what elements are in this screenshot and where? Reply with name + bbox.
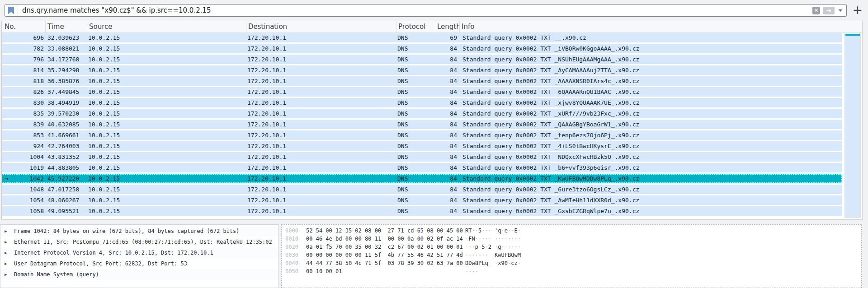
cell-protocol: DNS [397,152,408,162]
packet-row[interactable]: 69632.03962310.0.2.15172.20.10.1DNS69Sta… [2,33,842,42]
cell-length: 84 [432,206,457,216]
cell-destination: 172.20.10.1 [247,76,286,86]
detail-text: Internet Protocol Version 4, Src: 10.0.2… [14,250,213,256]
cell-no: 1004 [2,152,44,162]
cell-protocol: DNS [397,44,408,53]
cell-length: 84 [432,141,457,151]
packet-row[interactable]: 78233.08802110.0.2.15172.20.10.1DNS84Sta… [2,44,842,53]
filter-dropdown-caret[interactable] [839,9,842,12]
cell-info: Standard query 0x0002 TXT _b6+vvf393p6ei… [462,163,639,172]
filter-bar: dns.qry.name matches "x90.cz$" && ip.src… [0,0,868,21]
packet-row[interactable]: 101944.88380510.0.2.15172.20.10.1DNS84St… [2,163,842,172]
column-header-no[interactable]: No. [3,21,45,33]
cell-no: 1019 [2,163,44,172]
cell-time: 39.570230 [47,109,79,118]
cell-time: 43.831352 [47,152,79,162]
column-header-time[interactable]: Time [45,21,87,33]
hex-ascii: ·FN····· ········ [465,235,521,243]
filter-bookmark-icon[interactable] [8,7,14,14]
cell-no: 1058 [2,206,44,216]
hex-row: 003000 00 00 00 00 00 11 5f 4b 77 55 46 … [282,251,861,259]
packet-row[interactable]: 105448.06026710.0.2.15172.20.10.1DNS84St… [2,195,842,205]
cell-time: 47.017258 [47,185,79,194]
cell-info: Standard query 0x0002 TXT _4+LS0tBwcHKys… [462,141,639,151]
detail-text: User Datagram Protocol, Src Port: 62832,… [14,260,187,267]
hex-bytes: 44 44 77 38 50 4c 71 5f 03 78 39 30 02 6… [306,259,465,267]
hex-bytes: 00 46 4e bd 00 00 80 11 00 00 0a 00 02 0… [306,235,465,243]
cell-protocol: DNS [397,65,408,75]
cell-length: 84 [432,120,457,129]
filter-expression[interactable]: dns.qry.name matches "x90.cz$" && ip.src… [22,6,812,14]
packet-row[interactable]: 104847.01725810.0.2.15172.20.10.1DNS84St… [2,185,842,194]
expand-triangle-icon[interactable]: ▶ [5,247,7,258]
expand-triangle-icon[interactable]: ▶ [5,237,7,247]
cell-time: 41.669661 [47,130,79,140]
hex-offset: 0020 [285,243,302,251]
cell-protocol: DNS [397,120,408,129]
packet-row[interactable]: 83940.63208510.0.2.15172.20.10.1DNS84Sta… [2,120,842,129]
cell-destination: 172.20.10.1 [247,206,286,216]
hex-row: 00200a 01 f5 70 00 35 00 32 c2 67 00 02 … [282,243,861,251]
column-header-info[interactable]: Info [459,21,862,33]
add-filter-button[interactable]: + [852,3,863,17]
packet-row[interactable]: 81836.38587610.0.2.15172.20.10.1DNS84Sta… [2,76,842,86]
cell-length: 84 [432,76,457,86]
cell-no: 818 [2,76,44,86]
cell-time: 33.088021 [47,44,79,53]
display-filter-input[interactable]: dns.qry.name matches "x90.cz$" && ip.src… [5,4,847,17]
expand-triangle-icon[interactable]: ▶ [5,269,7,280]
detail-tree-item[interactable]: ▶Internet Protocol Version 4, Src: 10.0.… [0,247,278,258]
cell-no: 830 [2,98,44,107]
packet-row[interactable]: 81435.29429810.0.2.15172.20.10.1DNS84Sta… [2,65,842,75]
expand-triangle-icon[interactable]: ▶ [5,226,7,237]
packet-bytes-pane[interactable]: 000052 54 00 12 35 02 08 00 27 71 cd 65 … [281,224,862,288]
cell-protocol: DNS [397,76,408,86]
column-header-length[interactable]: Length [436,21,459,33]
cell-length: 84 [432,87,457,97]
column-header-source[interactable]: Source [87,21,246,33]
detail-tree-item[interactable]: ▶User Datagram Protocol, Src Port: 62832… [0,258,278,269]
detail-tree-item[interactable]: ▶Domain Name System (query) [0,269,278,280]
filter-separator [18,5,18,16]
packet-row[interactable]: 92442.76400310.0.2.15172.20.10.1DNS84Sta… [2,141,842,151]
column-header-destination[interactable]: Destination [246,21,396,33]
packet-list-scrollbar[interactable] [844,33,861,218]
hex-bytes: 0a 01 f5 70 00 35 00 32 c2 67 00 02 01 0… [306,243,465,251]
cell-source: 10.0.2.15 [88,163,120,172]
cell-protocol: DNS [397,163,408,172]
cell-length: 84 [432,163,457,172]
cell-length: 84 [432,174,457,183]
detail-text: Frame 1042: 84 bytes on wire (672 bits),… [14,228,240,234]
hex-offset: 0040 [285,259,302,267]
expand-triangle-icon[interactable]: ▶ [5,258,7,269]
apply-filter-icon[interactable]: → [823,7,835,14]
cell-time: 32.039623 [47,33,79,42]
cell-time: 34.172768 [47,55,79,64]
cell-destination: 172.20.10.1 [247,152,286,162]
packet-row[interactable]: 105849.09552110.0.2.15172.20.10.1DNS84St… [2,206,842,216]
packet-row[interactable]: 79634.17276810.0.2.15172.20.10.1DNS84Sta… [2,55,842,64]
column-header-protocol[interactable]: Protocol [396,21,436,33]
cell-source: 10.0.2.15 [88,109,120,118]
packet-row[interactable]: 83038.49491910.0.2.15172.20.10.1DNS84Sta… [2,98,842,107]
packet-row[interactable]: 83539.57023010.0.2.15172.20.10.1DNS84Sta… [2,109,842,118]
packet-row[interactable]: 100443.83135210.0.2.15172.20.10.1DNS84St… [2,152,842,162]
cell-no: 814 [2,65,44,75]
cell-source: 10.0.2.15 [88,44,120,53]
cell-time: 45.927220 [47,174,79,183]
cell-info: Standard query 0x0002 TXT _KwUFBQwMDDw8P… [462,174,639,183]
cell-info: Standard query 0x0002 TXT _QAAAGBgYBoaGr… [462,120,639,129]
packet-row[interactable]: →104245.92722010.0.2.15172.20.10.1DNS84S… [2,174,842,183]
cell-info: Standard query 0x0002 TXT __.x90.cz [462,33,586,42]
detail-tree-item[interactable]: ▶Frame 1042: 84 bytes on wire (672 bits)… [0,226,278,237]
cell-length: 84 [432,152,457,162]
hex-offset: 0030 [285,251,302,259]
cell-protocol: DNS [397,109,408,118]
packet-row[interactable]: 82637.44984510.0.2.15172.20.10.1DNS84Sta… [2,87,842,97]
cell-destination: 172.20.10.1 [247,141,286,151]
cell-info: Standard query 0x0002 TXT _6ure3tzo6OgsL… [462,185,639,194]
packet-row[interactable]: 85341.66966110.0.2.15172.20.10.1DNS84Sta… [2,130,842,140]
detail-tree-item[interactable]: ▶Ethernet II, Src: PcsCompu_71:cd:65 (08… [0,237,278,247]
cell-info: Standard query 0x0002 TXT _GxsbEZGRqWlpe… [462,206,639,216]
clear-filter-icon[interactable]: ✕ [812,7,820,14]
